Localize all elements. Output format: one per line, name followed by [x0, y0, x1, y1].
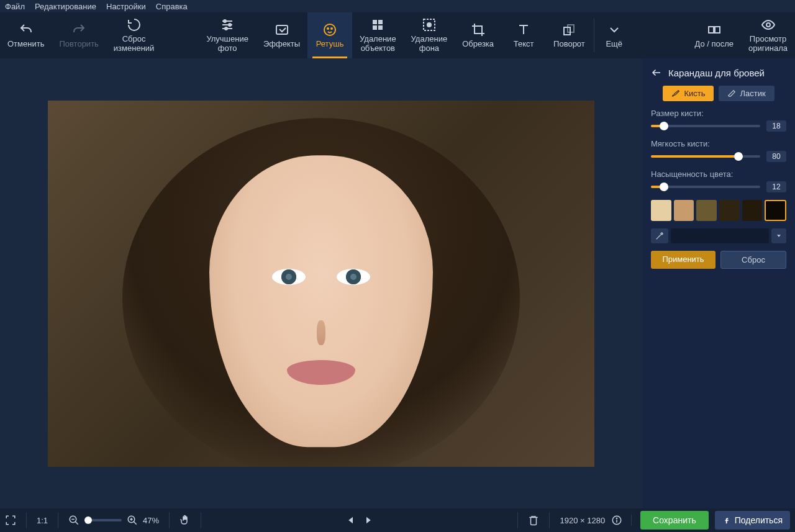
effects-tool[interactable]: Эффекты: [256, 12, 307, 58]
zoom-slider[interactable]: [84, 519, 122, 521]
text-icon: [516, 22, 531, 37]
svg-point-7: [324, 24, 335, 35]
bottombar-right: 1920 × 1280 Сохранить Поделиться: [560, 511, 790, 530]
color-dropdown[interactable]: [771, 228, 786, 243]
menu-settings[interactable]: Настройки: [106, 2, 146, 11]
trash-icon[interactable]: [528, 515, 539, 526]
color-picker-row: [651, 228, 786, 243]
svg-rect-19: [715, 27, 720, 33]
color-swatch-3[interactable]: [696, 200, 717, 221]
svg-point-15: [427, 22, 432, 27]
brush-toggle-label: Кисть: [684, 89, 705, 98]
brush-size-slider[interactable]: [651, 125, 760, 127]
crop-tool[interactable]: Обрезка: [455, 12, 501, 58]
eraser-toggle[interactable]: Ластик: [719, 86, 774, 101]
rotate-label: Поворот: [553, 40, 585, 49]
rotate-icon: [561, 22, 576, 37]
color-saturation-slider-group: Насыщенность цвета: 12: [651, 169, 786, 192]
brush-softness-label: Мягкость кисти:: [651, 139, 786, 148]
text-label: Текст: [514, 40, 534, 49]
redo-button[interactable]: Повторить: [52, 12, 106, 58]
text-tool[interactable]: Текст: [501, 12, 546, 58]
zoom-percent: 47%: [143, 516, 159, 525]
menu-help[interactable]: Справка: [156, 2, 188, 11]
compare-icon: [707, 22, 722, 37]
panel-title: Карандаш для бровей: [668, 68, 765, 78]
svg-marker-30: [348, 517, 353, 524]
before-after-button[interactable]: До / после: [687, 12, 741, 58]
save-button[interactable]: Сохранить: [640, 511, 709, 530]
svg-line-24: [75, 521, 78, 525]
svg-line-27: [134, 521, 137, 525]
color-saturation-slider[interactable]: [651, 186, 760, 188]
color-swatch-4[interactable]: [719, 200, 740, 221]
remove-background-tool[interactable]: Удаление фона: [404, 12, 455, 58]
undo-redo-center: [211, 515, 507, 526]
brush-size-value[interactable]: 18: [766, 120, 786, 132]
color-swatch-5[interactable]: [742, 200, 763, 221]
rotate-tool[interactable]: Поворот: [546, 12, 593, 58]
before-after-label: До / после: [694, 40, 734, 49]
next-icon[interactable]: [363, 515, 374, 526]
undo-button[interactable]: Отменить: [0, 12, 52, 58]
effects-icon: [275, 22, 289, 37]
tool-panel: Карандаш для бровей Кисть Ластик Размер …: [642, 58, 795, 508]
info-icon[interactable]: [611, 515, 622, 526]
svg-rect-18: [709, 27, 714, 33]
zoom-in-icon[interactable]: [127, 515, 138, 526]
view-original-button[interactable]: Просмотр оригинала: [741, 12, 795, 58]
brush-softness-slider[interactable]: [651, 155, 760, 158]
retouch-tool[interactable]: Ретушь: [307, 12, 352, 58]
menu-file[interactable]: Файл: [5, 2, 25, 11]
reset-label: Сброс изменений: [114, 35, 155, 53]
back-icon[interactable]: [651, 67, 662, 78]
share-button[interactable]: Поделиться: [715, 511, 790, 530]
crop-icon: [471, 22, 486, 37]
redo-icon: [71, 22, 86, 37]
zoom-out-icon[interactable]: [68, 515, 80, 526]
zoom-controls: 47%: [68, 515, 159, 526]
color-saturation-value[interactable]: 12: [766, 181, 786, 192]
more-tools-button[interactable]: Ещё: [596, 12, 633, 58]
svg-point-8: [327, 28, 329, 29]
color-input[interactable]: [671, 228, 769, 243]
undo-label: Отменить: [7, 40, 44, 49]
color-swatch-2[interactable]: [674, 200, 694, 221]
brush-toggle[interactable]: Кисть: [663, 86, 714, 101]
canvas-area: [0, 58, 642, 508]
eyedropper-button[interactable]: [651, 228, 668, 243]
redo-label: Повторить: [59, 40, 98, 49]
scale-1-1-button[interactable]: 1:1: [37, 516, 48, 525]
remove-objects-tool[interactable]: Удаление объектов: [352, 12, 404, 58]
view-original-label: Просмотр оригинала: [748, 35, 788, 53]
retouch-label: Ретушь: [316, 40, 344, 49]
prev-icon[interactable]: [345, 515, 357, 526]
hand-pan-icon[interactable]: [179, 515, 191, 526]
svg-point-20: [766, 23, 770, 27]
apply-button[interactable]: Применить: [651, 251, 716, 269]
panel-reset-button[interactable]: Сброс: [720, 251, 786, 269]
remove-bg-icon: [422, 17, 437, 32]
image-canvas[interactable]: [48, 101, 594, 467]
svg-rect-6: [276, 25, 288, 34]
menu-edit[interactable]: Редактирование: [35, 2, 96, 11]
color-saturation-label: Насыщенность цвета:: [651, 169, 786, 179]
face-icon: [322, 22, 337, 37]
svg-point-3: [224, 20, 226, 22]
reset-changes-button[interactable]: Сброс изменений: [106, 12, 162, 58]
svg-marker-31: [366, 517, 371, 524]
brush-eraser-toggle: Кисть Ластик: [651, 86, 786, 101]
toolbar: Отменить Повторить Сброс изменений Улучш…: [0, 12, 795, 58]
color-swatch-6[interactable]: [765, 200, 786, 221]
undo-icon: [19, 22, 34, 37]
color-swatch-1[interactable]: [651, 200, 671, 221]
fullscreen-icon[interactable]: [5, 515, 16, 526]
chevron-down-icon: [607, 22, 622, 37]
svg-point-34: [617, 518, 617, 518]
enhance-tool[interactable]: Улучшение фото: [199, 12, 256, 58]
eye-icon: [761, 17, 776, 32]
svg-rect-10: [373, 20, 377, 24]
brush-softness-value[interactable]: 80: [766, 151, 786, 162]
remove-bg-label: Удаление фона: [411, 35, 448, 53]
eraser-icon: [727, 89, 736, 98]
